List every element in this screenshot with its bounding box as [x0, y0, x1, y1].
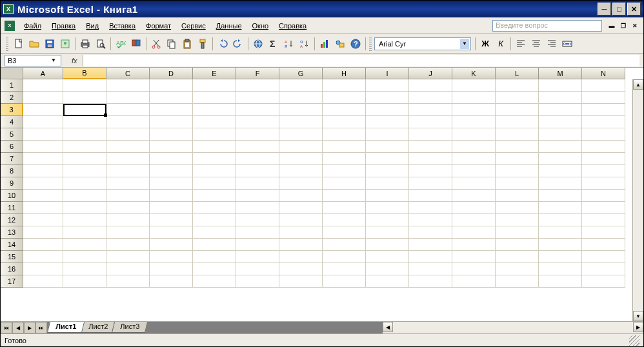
cell-J2[interactable] [409, 92, 452, 104]
cell-H3[interactable] [323, 104, 366, 116]
cell-K10[interactable] [452, 190, 496, 202]
tab-first-button[interactable]: ⏮ [1, 322, 12, 333]
sheet-tab-Лист1[interactable]: Лист1 [47, 322, 85, 333]
cell-J3[interactable] [409, 104, 452, 116]
print-icon[interactable] [78, 37, 92, 51]
cell-F4[interactable] [236, 116, 279, 128]
cell-A6[interactable] [23, 141, 63, 153]
cell-M10[interactable] [539, 190, 582, 202]
cell-N14[interactable] [582, 239, 625, 251]
cell-B9[interactable] [63, 177, 106, 190]
cell-H17[interactable] [323, 275, 366, 288]
cell-I9[interactable] [366, 177, 409, 190]
cell-F9[interactable] [236, 177, 279, 190]
cell-E6[interactable] [193, 141, 236, 153]
cell-C4[interactable] [106, 116, 150, 128]
column-header-F[interactable]: F [236, 68, 279, 79]
cell-H11[interactable] [323, 202, 366, 214]
cell-G4[interactable] [279, 116, 323, 128]
tab-next-button[interactable]: ▶ [24, 322, 35, 333]
cell-M9[interactable] [539, 177, 582, 190]
cell-F6[interactable] [236, 141, 279, 153]
cell-A10[interactable] [23, 190, 63, 202]
cell-K5[interactable] [452, 128, 496, 141]
cell-I10[interactable] [366, 190, 409, 202]
fx-label[interactable]: fx [72, 57, 77, 64]
cell-D14[interactable] [150, 239, 193, 251]
cell-E17[interactable] [193, 275, 236, 288]
cell-I2[interactable] [366, 92, 409, 104]
cell-C17[interactable] [106, 275, 150, 288]
cell-E2[interactable] [193, 92, 236, 104]
cell-B15[interactable] [63, 251, 106, 263]
cell-I15[interactable] [366, 251, 409, 263]
column-header-C[interactable]: C [106, 68, 150, 79]
cell-K1[interactable] [452, 79, 496, 92]
cell-F11[interactable] [236, 202, 279, 214]
row-header-11[interactable]: 11 [1, 202, 23, 214]
cell-A13[interactable] [23, 226, 63, 239]
cell-N15[interactable] [582, 251, 625, 263]
row-header-7[interactable]: 7 [1, 153, 23, 165]
cell-C12[interactable] [106, 214, 150, 226]
cell-M16[interactable] [539, 263, 582, 275]
cell-L11[interactable] [496, 202, 539, 214]
row-header-13[interactable]: 13 [1, 226, 23, 239]
cell-J8[interactable] [409, 165, 452, 177]
cell-I6[interactable] [366, 141, 409, 153]
cell-H5[interactable] [323, 128, 366, 141]
permission-icon[interactable] [58, 37, 72, 51]
vscroll-track[interactable] [633, 90, 643, 311]
column-header-B[interactable]: B [63, 68, 106, 79]
cell-M3[interactable] [539, 104, 582, 116]
cell-D3[interactable] [150, 104, 193, 116]
cell-L3[interactable] [496, 104, 539, 116]
cell-C1[interactable] [106, 79, 150, 92]
cell-C13[interactable] [106, 226, 150, 239]
cell-F1[interactable] [236, 79, 279, 92]
cell-I16[interactable] [366, 263, 409, 275]
chart-icon[interactable] [317, 37, 332, 51]
cell-B8[interactable] [63, 165, 106, 177]
scroll-down-button[interactable]: ▼ [633, 311, 643, 321]
menu-вставка[interactable]: Вставка [104, 20, 141, 32]
cell-M11[interactable] [539, 202, 582, 214]
cell-N10[interactable] [582, 190, 625, 202]
undo-icon[interactable] [216, 37, 230, 51]
column-header-N[interactable]: N [582, 68, 625, 79]
row-header-3[interactable]: 3 [1, 104, 23, 116]
cell-J9[interactable] [409, 177, 452, 190]
cell-G1[interactable] [279, 79, 323, 92]
cell-M7[interactable] [539, 153, 582, 165]
cell-A1[interactable] [23, 79, 63, 92]
cell-M8[interactable] [539, 165, 582, 177]
cell-J7[interactable] [409, 153, 452, 165]
cell-B10[interactable] [63, 190, 106, 202]
cell-C9[interactable] [106, 177, 150, 190]
cell-E12[interactable] [193, 214, 236, 226]
cell-N5[interactable] [582, 128, 625, 141]
column-header-M[interactable]: M [539, 68, 582, 79]
cell-L17[interactable] [496, 275, 539, 288]
cell-G10[interactable] [279, 190, 323, 202]
cell-H4[interactable] [323, 116, 366, 128]
mdi-restore-button[interactable]: ❐ [618, 21, 629, 30]
horizontal-scrollbar[interactable]: ◀ ▶ [383, 322, 643, 333]
cell-L13[interactable] [496, 226, 539, 239]
cell-C8[interactable] [106, 165, 150, 177]
cell-D17[interactable] [150, 275, 193, 288]
cell-L2[interactable] [496, 92, 539, 104]
cell-B7[interactable] [63, 153, 106, 165]
column-header-D[interactable]: D [150, 68, 193, 79]
row-header-5[interactable]: 5 [1, 128, 23, 141]
cell-D11[interactable] [150, 202, 193, 214]
formula-input[interactable] [83, 55, 639, 66]
bold-button[interactable]: Ж [478, 37, 492, 51]
minimize-button[interactable]: ─ [598, 3, 611, 15]
cell-E7[interactable] [193, 153, 236, 165]
menu-сервис[interactable]: Сервис [176, 20, 211, 32]
cell-C3[interactable] [106, 104, 150, 116]
cell-J4[interactable] [409, 116, 452, 128]
cell-I17[interactable] [366, 275, 409, 288]
column-header-L[interactable]: L [496, 68, 539, 79]
